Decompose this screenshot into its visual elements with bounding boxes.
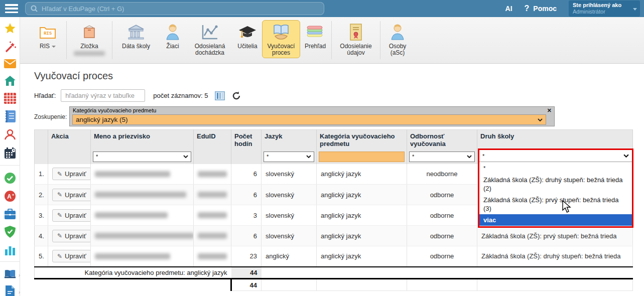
- magic-wand-icon[interactable]: [4, 41, 16, 53]
- redacted-eduid: [198, 192, 227, 198]
- toolbar-item-odosielana-dochadzka[interactable]: Odosielaná dochádzka: [187, 20, 233, 58]
- topbar-right: AI ? Pomoc Ste prihlásený ako Administrá…: [505, 0, 640, 17]
- edit-button[interactable]: ✎Upraviť: [52, 209, 91, 222]
- timetable-grid-icon[interactable]: [4, 93, 16, 104]
- toolbar-separator: [112, 21, 112, 59]
- calendar-clock-icon[interactable]: [4, 147, 16, 159]
- table-row: 4. ✎Upraviť 6 slovenský anglický jazyk o…: [35, 226, 633, 246]
- col-druh-skoly: Druh školy: [477, 130, 633, 151]
- search-icon: [31, 5, 38, 12]
- search-label: Hľadať:: [34, 92, 56, 99]
- table-search-input[interactable]: [61, 89, 145, 102]
- grouping-title: Kategória vyučovacieho predmetu: [70, 107, 554, 113]
- toolbar-item-prehlad[interactable]: Prehľad: [300, 20, 330, 52]
- student-icon: [161, 22, 184, 42]
- close-icon[interactable]: ✕: [547, 107, 552, 114]
- dropdown-option[interactable]: Základná škola (ZŠ): prvý stupeň: bežná …: [479, 194, 632, 214]
- edit-button[interactable]: ✎Upraviť: [52, 230, 91, 242]
- toolbar-item-zlozka[interactable]: Zložka: [68, 20, 111, 58]
- toolbar-item-vyucovaci-proces[interactable]: Vyučovací proces: [262, 20, 300, 58]
- subtotal-label: Kategória vyučovacieho predmetu: anglick…: [35, 267, 231, 279]
- redacted-eduid: [198, 212, 227, 218]
- teaching-book-icon: [265, 22, 298, 42]
- grouping-value: anglický jazyk (5): [76, 116, 538, 123]
- pencil-icon: ✎: [57, 171, 62, 178]
- global-search-input[interactable]: [42, 5, 319, 13]
- account-role: Administrátor: [573, 9, 631, 15]
- filter-odbornost-select[interactable]: *: [409, 152, 475, 162]
- col-eduid: EduID: [194, 130, 231, 151]
- house-icon[interactable]: [4, 75, 16, 87]
- toolbar-separator: [331, 21, 332, 59]
- global-search[interactable]: [25, 2, 324, 15]
- sidebar-divider: [0, 165, 20, 166]
- dropdown-option[interactable]: Základná škola (ZŠ): druhý stupeň: bežná…: [479, 174, 632, 194]
- library-book-icon[interactable]: ›: [4, 268, 16, 279]
- dropdown-option[interactable]: *: [479, 163, 632, 174]
- col-jazyk: Jazyk: [262, 130, 317, 151]
- subtotal-value: 44: [231, 267, 262, 279]
- edit-button[interactable]: ✎Upraviť: [52, 168, 91, 180]
- person-profile-icon[interactable]: [4, 128, 16, 140]
- grouping-select[interactable]: anglický jazyk (5): [72, 114, 546, 125]
- dropdown-option-list: * Základná škola (ZŠ): druhý stupeň: bež…: [479, 162, 632, 226]
- check-circle-icon[interactable]: [4, 172, 16, 184]
- redacted-name: [95, 171, 170, 177]
- person-icon: [384, 22, 411, 42]
- col-meno: Meno a priezvisko: [91, 130, 194, 151]
- toolbar-item-ucitelia[interactable]: Učitelia: [233, 20, 262, 52]
- col-odbornost: Odbornosť vyučovania: [407, 130, 477, 151]
- hamburger-menu-icon[interactable]: [5, 4, 18, 13]
- toolbar-item-osoby-asc[interactable]: Osoby (aSc): [381, 20, 414, 58]
- a-plus-grades-icon[interactable]: A+: [4, 190, 16, 202]
- page-title: Vyučovací proces: [34, 70, 113, 82]
- column-settings-icon[interactable]: [215, 91, 225, 100]
- star-icon[interactable]: [4, 23, 16, 35]
- grouping-label: Zoskupenie:: [34, 113, 69, 126]
- toolbar-item-odosielanie-udajov[interactable]: Odosielanie údajov: [333, 20, 379, 58]
- toolbar-item-data-skoly[interactable]: Dáta školy: [113, 20, 159, 52]
- shield-check-icon[interactable]: [4, 226, 16, 238]
- edit-button[interactable]: ✎Upraviť: [52, 189, 91, 201]
- filter-kategoria-active[interactable]: [319, 152, 405, 162]
- subtotal-row: Kategória vyučovacieho predmetu: anglick…: [35, 267, 633, 279]
- svg-text:+: +: [12, 193, 14, 197]
- filter-druh-skoly-select[interactable]: *: [479, 150, 632, 162]
- edit-button[interactable]: ✎Upraviť: [52, 250, 91, 262]
- account-menu[interactable]: Ste prihlásený ako Administrátor: [569, 1, 640, 17]
- druh-skoly-filter-dropdown: * * Základná škola (ZŠ): druhý stupeň: b…: [478, 149, 633, 228]
- filter-jazyk-select[interactable]: *: [264, 152, 314, 162]
- pencil-icon: ✎: [57, 191, 62, 198]
- topbar: AI ? Pomoc Ste prihlásený ako Administrá…: [0, 0, 644, 17]
- dropdown-option-highlighted[interactable]: viac: [479, 214, 632, 226]
- redacted-name: [95, 212, 168, 218]
- pencil-icon: ✎: [57, 212, 62, 219]
- toolbar-separator: [66, 21, 67, 59]
- grouping-panel: Kategória vyučovacieho predmetu ✕ anglic…: [69, 106, 555, 126]
- pencil-icon: ✎: [57, 253, 62, 260]
- help-label: Pomoc: [533, 5, 557, 13]
- notebook-icon[interactable]: [4, 110, 16, 122]
- expand-arrow-icon[interactable]: ›: [19, 272, 21, 278]
- bar-chart-icon[interactable]: [4, 244, 16, 255]
- chevron-down-icon: [306, 155, 311, 158]
- archive-box-icon: [70, 22, 108, 42]
- envelope-icon[interactable]: [4, 59, 16, 68]
- document-icon[interactable]: ›: [4, 285, 16, 296]
- redacted-text: [74, 51, 105, 56]
- school-building-icon: [116, 22, 156, 42]
- chevron-down-icon: [467, 155, 472, 158]
- attendance-chart-icon: [189, 22, 230, 42]
- help-button[interactable]: ? Pomoc: [525, 4, 557, 13]
- question-icon: ?: [525, 4, 530, 13]
- chevron-down-icon: [52, 46, 56, 48]
- filter-meno-select[interactable]: *: [93, 152, 191, 162]
- briefcase-icon[interactable]: [4, 209, 16, 220]
- expand-arrow-icon[interactable]: ›: [19, 289, 21, 295]
- ai-button[interactable]: AI: [505, 5, 512, 13]
- toolbar-item-ziaci[interactable]: Žiaci: [159, 20, 187, 52]
- refresh-icon[interactable]: [232, 91, 241, 100]
- toolbar-separator: [380, 21, 380, 59]
- table-search-row: Hľadať: počet záznamov: 5: [34, 89, 241, 102]
- toolbar-item-ris[interactable]: RIS RIS: [30, 20, 65, 52]
